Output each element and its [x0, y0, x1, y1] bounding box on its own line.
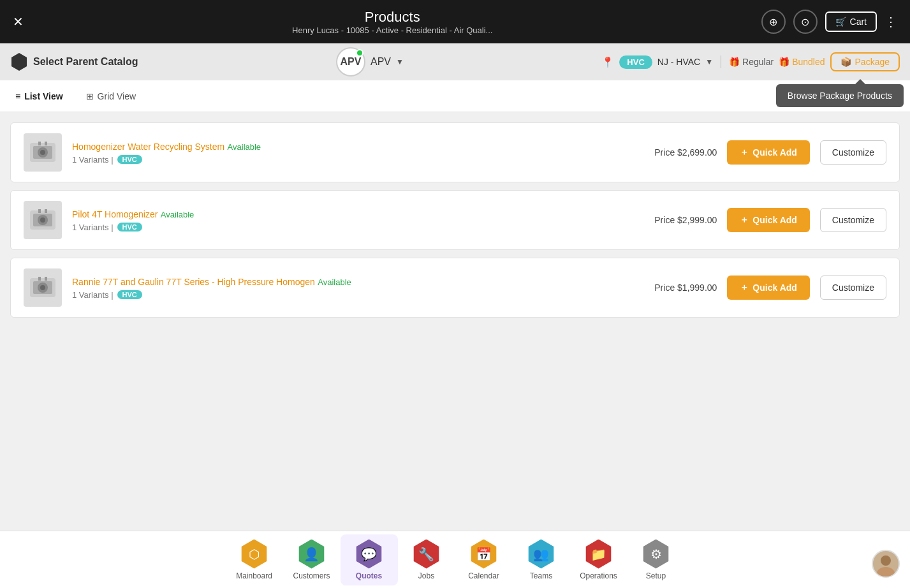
filter-icon-button[interactable]: ⊕ — [761, 10, 786, 34]
operations-nav-label: Operations — [580, 571, 617, 580]
package-tab[interactable]: 📦 Package — [830, 52, 900, 71]
location-icon: 📍 — [601, 56, 614, 68]
main-content: ≡ List View ⊞ Grid View 🏷 Tag Filters i — [0, 80, 910, 531]
region-dropdown-button[interactable]: ▼ — [705, 57, 713, 66]
calendar-nav-icon: 📅 — [469, 540, 499, 569]
avatar[interactable] — [872, 550, 900, 578]
product-variants: 1 Variants | HVC — [72, 155, 644, 165]
quick-add-label: Quick Add — [752, 147, 797, 158]
product-status: Available — [228, 142, 261, 152]
svg-rect-11 — [45, 209, 47, 213]
product-name[interactable]: Homogenizer Water Recycling System — [72, 142, 224, 152]
catalog-bar: Select Parent Catalog APV APV ▼ 📍 HVC NJ… — [0, 43, 910, 80]
svg-rect-4 — [38, 142, 41, 145]
teams-nav-icon: 👥 — [527, 540, 556, 569]
svg-rect-10 — [38, 209, 41, 213]
product-name[interactable]: Pilot 4T Homogenizer — [72, 209, 158, 219]
list-view-label: List View — [24, 91, 62, 101]
quick-add-plus-icon: ＋ — [740, 147, 749, 158]
svg-rect-5 — [45, 142, 47, 145]
variants-text: 1 Variants | — [72, 155, 114, 165]
cart-icon: 🛒 — [835, 17, 846, 27]
product-tag: HVC — [117, 155, 142, 164]
header-actions: ⊕ ⊙ 🛒 Cart ⋮ — [761, 10, 897, 34]
customize-button[interactable]: Customize — [820, 276, 886, 300]
nav-item-quotes[interactable]: 💬 Quotes — [341, 534, 398, 585]
apv-dropdown-arrow[interactable]: ▼ — [396, 57, 404, 66]
header: ✕ Products Henry Lucas - 10085 - Active … — [0, 0, 910, 43]
settings-icon-button[interactable]: ⊙ — [793, 10, 818, 34]
apv-status-dot — [356, 49, 363, 57]
package-text: Package — [855, 57, 890, 67]
product-row: Rannie 77T and Gaulin 77T Series - High … — [10, 258, 900, 318]
header-center: Products Henry Lucas - 10085 - Active - … — [292, 9, 492, 35]
mainboard-nav-icon: ⬡ — [240, 540, 269, 569]
product-name[interactable]: Rannie 77T and Gaulin 77T Series - High … — [72, 277, 315, 287]
product-list: Homogenizer Water Recycling System Avail… — [0, 112, 910, 335]
grid-view-button[interactable]: ⊞ Grid View — [81, 87, 141, 105]
calendar-nav-label: Calendar — [468, 571, 499, 580]
quick-add-plus-icon: ＋ — [740, 282, 749, 293]
nav-item-calendar[interactable]: 📅 Calendar — [455, 534, 513, 585]
regular-tab[interactable]: 🎁 Regular — [729, 57, 774, 67]
list-view-button[interactable]: ≡ List View — [10, 87, 68, 105]
product-tag: HVC — [117, 290, 142, 299]
jobs-nav-icon: 🔧 — [412, 540, 441, 569]
svg-rect-16 — [38, 277, 41, 281]
svg-point-18 — [881, 555, 891, 566]
apv-text: APV — [341, 56, 362, 68]
product-info: Pilot 4T Homogenizer Available 1 Variant… — [72, 209, 644, 232]
product-info: Rannie 77T and Gaulin 77T Series - High … — [72, 276, 644, 300]
product-status: Available — [318, 277, 351, 287]
svg-point-15 — [40, 285, 45, 290]
quick-add-label: Quick Add — [752, 215, 797, 225]
bottom-nav: ⬡ Mainboard 👤 Customers 💬 Quotes 🔧 Jobs … — [0, 531, 910, 588]
apv-label: APV — [371, 56, 391, 68]
catalog-bar-right: 📍 HVC NJ - HVAC ▼ 🎁 Regular 🎁 Bundled 📦 … — [601, 52, 900, 71]
variants-text: 1 Variants | — [72, 290, 114, 300]
kebab-menu-button[interactable]: ⋮ — [884, 14, 897, 29]
catalog-bar-center: APV APV ▼ — [149, 47, 592, 77]
nav-item-setup[interactable]: ⚙ Setup — [627, 534, 685, 585]
hvc-badge: HVC — [619, 55, 652, 69]
close-button[interactable]: ✕ — [13, 14, 24, 29]
catalog-hex-icon — [10, 53, 28, 71]
select-parent-catalog[interactable]: Select Parent Catalog — [10, 53, 138, 71]
select-parent-label: Select Parent Catalog — [33, 56, 138, 68]
grid-view-label: Grid View — [98, 91, 136, 101]
grid-view-icon: ⊞ — [86, 91, 94, 101]
product-row: Homogenizer Water Recycling System Avail… — [10, 122, 900, 182]
product-info: Homogenizer Water Recycling System Avail… — [72, 141, 644, 165]
product-price: Price $1,999.00 — [654, 283, 717, 293]
quick-add-button[interactable]: ＋ Quick Add — [727, 208, 810, 232]
nav-item-operations[interactable]: 📁 Operations — [570, 534, 627, 585]
teams-nav-label: Teams — [530, 571, 552, 580]
product-variants: 1 Variants | HVC — [72, 223, 644, 232]
quick-add-label: Quick Add — [752, 283, 797, 293]
page-subtitle: Henry Lucas - 10085 - Active - Residenti… — [292, 26, 492, 35]
bundled-icon: 🎁 — [779, 57, 789, 67]
operations-nav-icon: 📁 — [584, 540, 613, 569]
nav-item-teams[interactable]: 👥 Teams — [513, 534, 570, 585]
quick-add-button[interactable]: ＋ Quick Add — [727, 140, 810, 165]
regular-text: Regular — [742, 57, 774, 67]
product-image — [24, 133, 62, 172]
product-variants: 1 Variants | HVC — [72, 290, 644, 300]
nav-item-customers[interactable]: 👤 Customers — [283, 534, 341, 585]
cart-button[interactable]: 🛒 Cart — [825, 11, 877, 32]
nav-item-mainboard[interactable]: ⬡ Mainboard — [226, 534, 283, 585]
setup-nav-icon: ⚙ — [642, 540, 671, 569]
bundled-text: Bundled — [792, 57, 825, 67]
divider — [721, 55, 721, 68]
customize-button[interactable]: Customize — [820, 140, 886, 165]
jobs-nav-label: Jobs — [418, 571, 434, 580]
list-view-icon: ≡ — [15, 91, 20, 101]
product-image — [24, 268, 62, 307]
bundled-tab[interactable]: 🎁 Bundled — [779, 57, 825, 67]
quick-add-plus-icon: ＋ — [740, 214, 749, 226]
customize-button[interactable]: Customize — [820, 208, 886, 232]
product-row: Pilot 4T Homogenizer Available 1 Variant… — [10, 190, 900, 250]
product-price: Price $2,699.00 — [654, 147, 717, 158]
nav-item-jobs[interactable]: 🔧 Jobs — [398, 534, 455, 585]
quick-add-button[interactable]: ＋ Quick Add — [727, 276, 810, 300]
